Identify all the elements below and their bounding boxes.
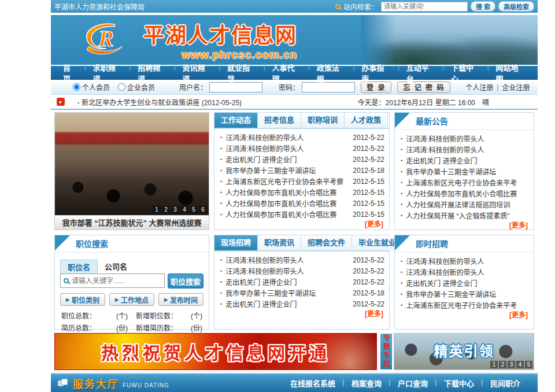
news-item[interactable]: 汪鸿涛:科技创新的带头人 2012-5-22 (219, 254, 384, 265)
news-item[interactable]: 上海浦东新区光电子行业协会来平考 (399, 299, 529, 310)
news-item[interactable]: 走出机关门 进得企业门 2012-5-22 (219, 154, 384, 165)
news-item[interactable]: 汪鸿涛:科技创新的带头人 2012-5-22 (219, 132, 384, 143)
nav-item[interactable]: 人事代理 (264, 62, 309, 84)
news-item[interactable]: 汪鸿涛:科技创新的带头人 (399, 133, 529, 144)
service-links: 在线报名系统档案查询户口查询下载中心民间职介 (282, 378, 528, 389)
carousel-page-button[interactable]: 4 (180, 206, 188, 213)
news-title: 走出机关门 进得企业门 (225, 277, 349, 287)
news-item[interactable]: 人力社保局参加市直机关小合唱比赛 (399, 188, 529, 199)
news-item[interactable]: 汪鸿涛:科技创新的带头人 2012-5-22 (219, 143, 384, 154)
news-item[interactable]: 人力社保局开展法律法规巡回培训 (399, 199, 529, 210)
nav-item[interactable]: 下载中心 (443, 62, 488, 84)
news-title: 人力社保局开展 “入企锻炼提素质” (406, 210, 529, 220)
keyword-input-wrap (60, 273, 165, 288)
ticker-arrow-icon: ▸ (57, 98, 65, 106)
stat-unit: (份) (191, 323, 202, 335)
news-item[interactable]: 汪鸿涛:科技创新的带头人 2012-5-22 (219, 265, 384, 276)
carousel-page-button[interactable]: 2 (162, 206, 170, 213)
elite-page-button[interactable]: 5 (525, 361, 532, 368)
nav-item[interactable]: 招聘频道 (130, 62, 175, 84)
service-link[interactable]: 下载中心 (436, 378, 482, 389)
carousel-page-button[interactable]: 1 (153, 206, 161, 213)
tab-company-name[interactable]: 公司名 (98, 260, 134, 273)
tab-job-name[interactable]: 职位名 (60, 260, 98, 273)
news-item[interactable]: 走出机关门 进得企业门 (399, 278, 529, 289)
nav-item[interactable]: 互动平台 (399, 62, 443, 84)
news-item[interactable]: 人力社保局参加市直机关小合唱比赛 2012-5-15 (219, 209, 384, 220)
news-item[interactable]: 走出机关门 进得企业门 2012-5-22 (219, 298, 384, 309)
news-item[interactable]: 汪鸿涛:科技创新的带头人 (399, 144, 529, 155)
service-link[interactable]: 民间职介 (482, 378, 528, 389)
filter-button[interactable]: ▶ 发布时间 (158, 293, 204, 306)
celebration-banner[interactable]: 热烈祝贺人才信息网开通 (54, 333, 377, 370)
news-item[interactable]: 我市举办第十三期金平湖讲坛 (399, 166, 529, 177)
news-item[interactable]: 汪鸿涛:科技创新的带头人 (399, 256, 529, 267)
ticker-news-link[interactable]: 新北区举办大学生创业与就业政策讲座 (2012-05-25) (77, 97, 242, 107)
personal-member-radio[interactable] (73, 83, 80, 91)
service-link[interactable]: 在线报名系统 (282, 378, 343, 389)
tab-talent-policy[interactable]: 人才政策 (345, 113, 388, 128)
photo-news-carousel: 123456 我市部署 “江苏技能状元” 大赛常州选拔赛 (54, 112, 209, 230)
news-title: 汪鸿涛:科技创新的带头人 (406, 145, 529, 154)
tab-title-training[interactable]: 职称培训 (301, 113, 345, 128)
news-item[interactable]: 人力社保局开展 “入企锻炼提素质” (399, 210, 529, 221)
filter-button[interactable]: ▶ 工作地点 (109, 293, 154, 306)
more-link[interactable]: [更多] (395, 310, 534, 320)
tab-jobfair-files[interactable]: 招聘会文件 (301, 235, 352, 250)
photo-caption[interactable]: 我市部署 “江苏技能状元” 大赛常州选拔赛 (55, 215, 209, 230)
job-search-row: 职位搜索 (60, 273, 204, 289)
special-column-tab[interactable]: 专题专栏 (380, 333, 393, 370)
nav-item[interactable]: 办事指南 (354, 62, 398, 84)
news-item[interactable]: 我市举办第十三期金平湖讲坛 2012-5-18 (219, 287, 384, 298)
elite-page-button[interactable]: 1 (490, 361, 498, 368)
nav-item[interactable]: 网站地图 (489, 62, 533, 84)
carousel-page-button[interactable]: 3 (171, 206, 179, 213)
news-item[interactable]: 走出机关门 进得企业门 2012-5-22 (219, 276, 384, 287)
tab-career-info[interactable]: 职场资讯 (258, 235, 301, 250)
advanced-search-button[interactable]: 高级检索 (498, 1, 534, 12)
news-item[interactable]: 人力社保局参加市直机关小合唱比赛 2012-5-15 (219, 198, 384, 209)
tab-live-recruit[interactable]: 现场招聘 (214, 235, 258, 250)
nav-item[interactable]: 首页 (56, 62, 86, 84)
service-link[interactable]: 档案查询 (343, 378, 390, 389)
site-search-label: 站内检索： (343, 2, 378, 12)
nav-item[interactable]: 就业指导 (220, 62, 264, 84)
carousel-page-button[interactable]: 6 (199, 206, 207, 213)
tab-work-news[interactable]: 工作动态 (214, 113, 258, 128)
announcement-ticker: ▸ 新北区举办大学生创业与就业政策讲座 (2012-05-25) 今天是：201… (51, 95, 538, 110)
news-item[interactable]: 汪鸿涛:科技创新的带头人 (399, 267, 529, 278)
filter-button[interactable]: ▶ 职位类别 (60, 293, 105, 306)
nav-item[interactable]: 求职频道 (86, 62, 130, 84)
news-item[interactable]: 上海浦东新区光电子行业协会来平考 (399, 177, 529, 188)
more-link[interactable]: [更多] (214, 309, 389, 319)
elite-pager: 12345 (490, 361, 532, 368)
news-item[interactable]: 上海浦东新区光电子行业协会来平考察 2012-5-15 (219, 176, 384, 187)
site-search-input[interactable] (381, 2, 468, 12)
service-link[interactable]: 户口查询 (390, 378, 436, 389)
job-search-button[interactable]: 职位搜索 (168, 273, 204, 289)
site-search-button[interactable]: 搜 索 (471, 1, 495, 12)
elite-banner[interactable]: 精英引领 12345 (394, 333, 534, 370)
carousel-photo[interactable]: 123456 (55, 113, 209, 215)
news-title: 上海浦东新区光电子行业协会来平考 (406, 300, 529, 310)
elite-page-button[interactable]: 2 (499, 361, 506, 368)
company-member-radio[interactable] (118, 83, 125, 91)
news-item[interactable]: 我市举办第十三期金平湖讲坛 2012-5-18 (219, 165, 384, 176)
news-title: 我市举办第十三期金平湖讲坛 (225, 288, 349, 298)
news-date: 2012-5-22 (349, 267, 384, 275)
news-item[interactable]: 我市举办第十三期金平湖讲坛 (399, 289, 529, 299)
news-item[interactable]: 走出机关门 进得企业门 (399, 155, 529, 166)
site-logo-icon[interactable]: R (81, 21, 134, 59)
keyword-input[interactable] (72, 277, 161, 285)
carousel-page-button[interactable]: 5 (190, 206, 198, 213)
elite-page-button[interactable]: 4 (516, 361, 524, 368)
elite-page-button[interactable]: 3 (508, 361, 515, 368)
filter-label: 发布时间 (170, 295, 198, 305)
tab-exam-info[interactable]: 招考信息 (258, 113, 301, 128)
more-link[interactable]: [更多] (395, 221, 534, 231)
nav-item[interactable]: 政策法规 (309, 62, 354, 84)
job-search-panel: 职位搜索 职位名 公司名 职位搜索 (54, 235, 209, 330)
nav-item[interactable]: 资讯频道 (175, 62, 220, 84)
more-link[interactable]: [更多] (214, 220, 389, 230)
news-item[interactable]: 人力社保局参加市直机关小合唱比赛 2012-5-15 (219, 187, 384, 198)
